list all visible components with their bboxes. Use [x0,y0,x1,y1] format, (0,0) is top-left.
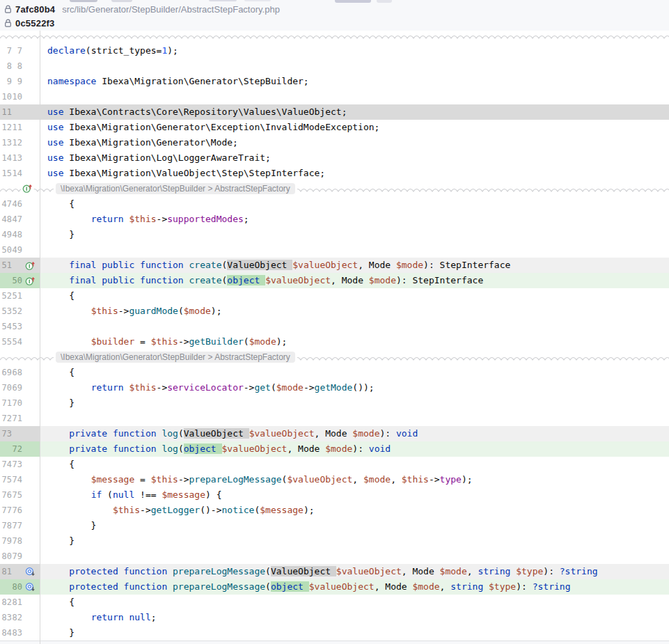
diff-line[interactable]: 4847 return $this->supportedModes; [0,212,669,227]
code-line[interactable] [40,242,669,258]
diff-line[interactable]: 4948 } [0,227,669,242]
diff-line[interactable]: 88 [0,58,669,74]
overridden-method-gutter-icon[interactable] [22,579,38,595]
code-token: } [47,229,74,239]
code-line[interactable]: $builder = $this->getBuilder($mode); [40,334,669,350]
code-token: , Mode [331,275,369,285]
code-line[interactable]: if (null !== $message) { [40,487,669,503]
line-gutter: 1312 [0,135,40,150]
code-line[interactable]: } [40,518,669,533]
diff-line[interactable]: 7170 } [0,395,669,411]
diff-line[interactable]: 7978 } [0,533,669,549]
code-line[interactable]: protected function prepareLogMessage(Val… [40,564,669,579]
code-line[interactable]: namespace Ibexa\Migration\Generator\Step… [40,74,669,89]
diff-line[interactable]: 50 final public function create(object $… [0,273,669,288]
code-line[interactable]: use Ibexa\Contracts\Core\Repository\Valu… [40,104,669,120]
code-line[interactable]: use Ibexa\Migration\Generator\Mode; [40,135,669,150]
collapsed-region-separator[interactable]: \Ibexa\Migration\Generator\StepBuilder >… [0,350,669,365]
code-line[interactable] [40,411,669,426]
diff-line[interactable]: 7069 return $this->serviceLocator->get($… [0,380,669,395]
code-line[interactable]: $message = $this->prepareLogMessage($val… [40,472,669,487]
diff-line[interactable]: 4746 { [0,196,669,212]
code-line[interactable]: { [40,595,669,610]
code-line[interactable]: } [40,227,669,242]
diff-line[interactable]: 1010 [0,89,669,104]
diff-line[interactable]: 8079 [0,549,669,564]
commit-hash-new[interactable]: 0c5522f3 [15,18,55,29]
diff-line[interactable]: 5352 $this->guardMode($mode); [0,304,669,319]
code-token: { [47,597,74,607]
diff-line[interactable]: 8483 } [0,625,669,641]
code-line[interactable]: } [40,395,669,411]
diff-editor[interactable]: 77declare(strict_types=1);8899namespace … [0,31,669,644]
code-line[interactable]: $this->getLogger()->notice($message); [40,503,669,518]
commit-hash-old[interactable]: 7afc80b4 [15,4,55,15]
diff-line[interactable]: 8382 return null; [0,610,669,625]
code-token: private [69,428,107,439]
code-line[interactable]: use Ibexa\Migration\Generator\Exception\… [40,120,669,135]
implemented-method-gutter-icon[interactable] [22,183,33,194]
diff-line[interactable]: 5049 [0,242,669,258]
line-gutter: 7675 [0,487,40,503]
diff-line[interactable]: 7675 if (null !== $message) { [0,487,669,503]
code-token [47,428,69,439]
diff-line[interactable]: 5453 [0,319,669,334]
diff-line[interactable]: 72 private function log(object $valueObj… [0,441,669,457]
gutter-spacer [22,533,38,549]
diff-line[interactable]: 7776 $this->getLogger()->notice($message… [0,503,669,518]
overridden-method-gutter-icon[interactable] [22,564,38,579]
diff-line[interactable]: 99namespace Ibexa\Migration\Generator\St… [0,74,669,89]
diff-line[interactable]: 7473 { [0,457,669,472]
code-token [134,260,140,270]
code-line[interactable] [40,58,669,74]
diff-line[interactable]: 1514use Ibexa\Migration\ValueObject\Step… [0,166,669,181]
line-gutter: 8483 [0,625,40,641]
code-line[interactable]: final public function create(object $val… [40,273,669,288]
code-line[interactable]: use Ibexa\Migration\ValueObject\Step\Ste… [40,166,669,181]
gutter-spacer [22,595,38,610]
diff-line[interactable]: 5251 { [0,288,669,304]
diff-line[interactable]: 7574 $message = $this->prepareLogMessage… [0,472,669,487]
diff-line[interactable]: 7271 [0,411,669,426]
implemented-method-gutter-icon[interactable] [22,258,38,273]
diff-line[interactable]: 6968 { [0,365,669,380]
implemented-method-gutter-icon[interactable] [22,273,38,288]
code-line[interactable]: { [40,365,669,380]
code-line[interactable]: private function log(ValueObject $valueO… [40,426,669,441]
toolbar-remnant [244,0,271,1]
diff-line[interactable]: 7877 } [0,518,669,533]
diff-line[interactable]: 81 protected function prepareLogMessage(… [0,564,669,579]
code-line[interactable]: final public function create(ValueObject… [40,258,669,273]
diff-line[interactable]: 51 final public function create(ValueObj… [0,258,669,273]
code-line[interactable]: { [40,288,669,304]
code-line[interactable]: { [40,457,669,472]
code-line[interactable]: $this->guardMode($mode); [40,304,669,319]
code-line[interactable]: } [40,625,669,641]
code-line[interactable] [40,549,669,564]
line-number-old: 10 [1,89,12,104]
diff-line[interactable]: 5554 $builder = $this->getBuilder($mode)… [0,334,669,350]
code-line[interactable]: return $this->serviceLocator->get($mode-… [40,380,669,395]
code-token: ) { [205,489,221,500]
diff-line[interactable]: 1413use Ibexa\Migration\Log\LoggerAwareT… [0,150,669,166]
code-line[interactable] [40,89,669,104]
code-line[interactable]: return null; [40,610,669,625]
code-token [184,275,189,285]
code-token: ): StepInterface [396,275,483,285]
diff-line[interactable]: 8281 { [0,595,669,610]
diff-line[interactable]: 80 protected function prepareLogMessage(… [0,579,669,595]
code-line[interactable]: private function log(object $valueObject… [40,441,669,457]
code-line[interactable]: return $this->supportedModes; [40,212,669,227]
code-line[interactable] [40,319,669,334]
diff-line[interactable]: 11use Ibexa\Contracts\Core\Repository\Va… [0,104,669,120]
code-line[interactable]: declare(strict_types=1); [40,43,669,58]
diff-line[interactable]: 73 private function log(ValueObject $val… [0,426,669,441]
diff-line[interactable]: 1312use Ibexa\Migration\Generator\Mode; [0,135,669,150]
diff-line[interactable]: 1211use Ibexa\Migration\Generator\Except… [0,120,669,135]
code-line[interactable]: } [40,533,669,549]
code-line[interactable]: protected function prepareLogMessage(obj… [40,579,669,595]
code-line[interactable]: { [40,196,669,212]
collapsed-region-separator[interactable]: \Ibexa\Migration\Generator\StepBuilder >… [0,181,669,196]
code-line[interactable]: use Ibexa\Migration\Log\LoggerAwareTrait… [40,150,669,166]
diff-line[interactable]: 77declare(strict_types=1); [0,43,669,58]
